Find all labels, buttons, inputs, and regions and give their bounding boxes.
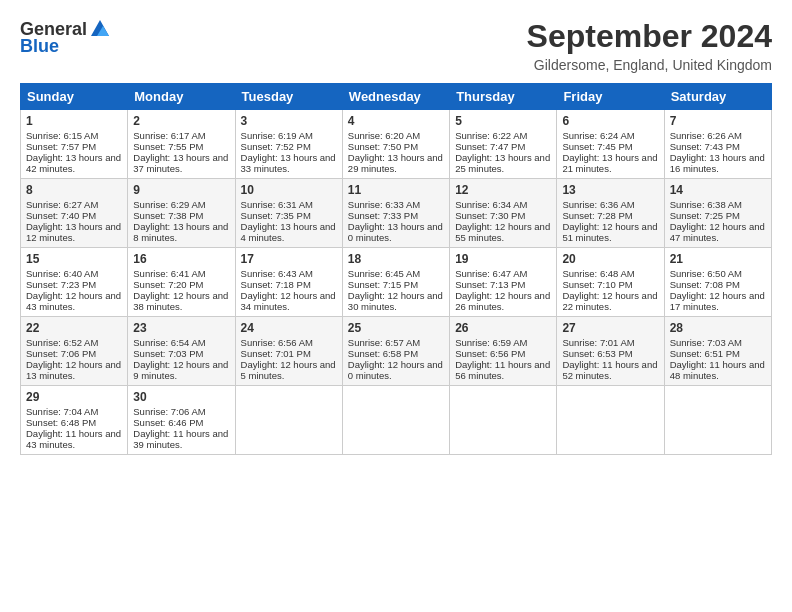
day-number: 14	[670, 183, 766, 197]
table-row: 6 Sunrise: 6:24 AM Sunset: 7:45 PM Dayli…	[557, 110, 664, 179]
table-row: 12 Sunrise: 6:34 AM Sunset: 7:30 PM Dayl…	[450, 179, 557, 248]
table-row: 11 Sunrise: 6:33 AM Sunset: 7:33 PM Dayl…	[342, 179, 449, 248]
day-number: 8	[26, 183, 122, 197]
daylight-label: Daylight: 12 hours and 34 minutes.	[241, 290, 336, 312]
location: Gildersome, England, United Kingdom	[527, 57, 772, 73]
table-row: 16 Sunrise: 6:41 AM Sunset: 7:20 PM Dayl…	[128, 248, 235, 317]
title-block: September 2024 Gildersome, England, Unit…	[527, 18, 772, 73]
calendar-header-row: Sunday Monday Tuesday Wednesday Thursday…	[21, 84, 772, 110]
daylight-label: Daylight: 13 hours and 8 minutes.	[133, 221, 228, 243]
daylight-label: Daylight: 11 hours and 56 minutes.	[455, 359, 550, 381]
empty-cell	[450, 386, 557, 455]
day-number: 13	[562, 183, 658, 197]
daylight-label: Daylight: 11 hours and 48 minutes.	[670, 359, 765, 381]
sunrise-label: Sunrise: 6:22 AM	[455, 130, 527, 141]
day-number: 28	[670, 321, 766, 335]
table-row: 19 Sunrise: 6:47 AM Sunset: 7:13 PM Dayl…	[450, 248, 557, 317]
table-row: 29 Sunrise: 7:04 AM Sunset: 6:48 PM Dayl…	[21, 386, 128, 455]
daylight-label: Daylight: 12 hours and 5 minutes.	[241, 359, 336, 381]
sunset-label: Sunset: 7:15 PM	[348, 279, 418, 290]
sunrise-label: Sunrise: 6:47 AM	[455, 268, 527, 279]
month-title: September 2024	[527, 18, 772, 55]
table-row: 26 Sunrise: 6:59 AM Sunset: 6:56 PM Dayl…	[450, 317, 557, 386]
page: General Blue September 2024 Gildersome, …	[0, 0, 792, 612]
table-row: 3 Sunrise: 6:19 AM Sunset: 7:52 PM Dayli…	[235, 110, 342, 179]
sunrise-label: Sunrise: 6:33 AM	[348, 199, 420, 210]
sunset-label: Sunset: 7:30 PM	[455, 210, 525, 221]
daylight-label: Daylight: 11 hours and 39 minutes.	[133, 428, 228, 450]
sunrise-label: Sunrise: 7:04 AM	[26, 406, 98, 417]
sunset-label: Sunset: 6:46 PM	[133, 417, 203, 428]
sunset-label: Sunset: 6:51 PM	[670, 348, 740, 359]
daylight-label: Daylight: 13 hours and 33 minutes.	[241, 152, 336, 174]
day-number: 12	[455, 183, 551, 197]
table-row: 7 Sunrise: 6:26 AM Sunset: 7:43 PM Dayli…	[664, 110, 771, 179]
sunrise-label: Sunrise: 6:50 AM	[670, 268, 742, 279]
table-row: 25 Sunrise: 6:57 AM Sunset: 6:58 PM Dayl…	[342, 317, 449, 386]
empty-cell	[664, 386, 771, 455]
col-thursday: Thursday	[450, 84, 557, 110]
col-tuesday: Tuesday	[235, 84, 342, 110]
sunset-label: Sunset: 7:25 PM	[670, 210, 740, 221]
calendar: Sunday Monday Tuesday Wednesday Thursday…	[20, 83, 772, 455]
sunrise-label: Sunrise: 6:59 AM	[455, 337, 527, 348]
day-number: 18	[348, 252, 444, 266]
sunrise-label: Sunrise: 6:40 AM	[26, 268, 98, 279]
day-number: 10	[241, 183, 337, 197]
header: General Blue September 2024 Gildersome, …	[20, 18, 772, 73]
sunset-label: Sunset: 7:33 PM	[348, 210, 418, 221]
sunrise-label: Sunrise: 6:17 AM	[133, 130, 205, 141]
sunrise-label: Sunrise: 6:24 AM	[562, 130, 634, 141]
table-row: 23 Sunrise: 6:54 AM Sunset: 7:03 PM Dayl…	[128, 317, 235, 386]
daylight-label: Daylight: 12 hours and 55 minutes.	[455, 221, 550, 243]
daylight-label: Daylight: 13 hours and 21 minutes.	[562, 152, 657, 174]
sunrise-label: Sunrise: 6:52 AM	[26, 337, 98, 348]
day-number: 1	[26, 114, 122, 128]
table-row: 8 Sunrise: 6:27 AM Sunset: 7:40 PM Dayli…	[21, 179, 128, 248]
day-number: 22	[26, 321, 122, 335]
sunset-label: Sunset: 7:28 PM	[562, 210, 632, 221]
day-number: 23	[133, 321, 229, 335]
table-row: 18 Sunrise: 6:45 AM Sunset: 7:15 PM Dayl…	[342, 248, 449, 317]
table-row: 4 Sunrise: 6:20 AM Sunset: 7:50 PM Dayli…	[342, 110, 449, 179]
table-row: 14 Sunrise: 6:38 AM Sunset: 7:25 PM Dayl…	[664, 179, 771, 248]
col-wednesday: Wednesday	[342, 84, 449, 110]
col-sunday: Sunday	[21, 84, 128, 110]
sunrise-label: Sunrise: 6:34 AM	[455, 199, 527, 210]
daylight-label: Daylight: 13 hours and 37 minutes.	[133, 152, 228, 174]
day-number: 3	[241, 114, 337, 128]
col-saturday: Saturday	[664, 84, 771, 110]
sunrise-label: Sunrise: 6:56 AM	[241, 337, 313, 348]
daylight-label: Daylight: 12 hours and 43 minutes.	[26, 290, 121, 312]
table-row: 24 Sunrise: 6:56 AM Sunset: 7:01 PM Dayl…	[235, 317, 342, 386]
sunrise-label: Sunrise: 6:36 AM	[562, 199, 634, 210]
sunset-label: Sunset: 7:13 PM	[455, 279, 525, 290]
calendar-week-row: 22 Sunrise: 6:52 AM Sunset: 7:06 PM Dayl…	[21, 317, 772, 386]
day-number: 20	[562, 252, 658, 266]
sunrise-label: Sunrise: 6:20 AM	[348, 130, 420, 141]
sunset-label: Sunset: 7:57 PM	[26, 141, 96, 152]
col-friday: Friday	[557, 84, 664, 110]
day-number: 25	[348, 321, 444, 335]
sunrise-label: Sunrise: 7:01 AM	[562, 337, 634, 348]
table-row: 15 Sunrise: 6:40 AM Sunset: 7:23 PM Dayl…	[21, 248, 128, 317]
daylight-label: Daylight: 12 hours and 17 minutes.	[670, 290, 765, 312]
empty-cell	[557, 386, 664, 455]
sunrise-label: Sunrise: 6:57 AM	[348, 337, 420, 348]
daylight-label: Daylight: 11 hours and 43 minutes.	[26, 428, 121, 450]
sunset-label: Sunset: 7:06 PM	[26, 348, 96, 359]
sunset-label: Sunset: 7:47 PM	[455, 141, 525, 152]
sunrise-label: Sunrise: 6:41 AM	[133, 268, 205, 279]
calendar-week-row: 15 Sunrise: 6:40 AM Sunset: 7:23 PM Dayl…	[21, 248, 772, 317]
sunrise-label: Sunrise: 6:31 AM	[241, 199, 313, 210]
daylight-label: Daylight: 13 hours and 0 minutes.	[348, 221, 443, 243]
col-monday: Monday	[128, 84, 235, 110]
sunset-label: Sunset: 7:45 PM	[562, 141, 632, 152]
sunset-label: Sunset: 7:03 PM	[133, 348, 203, 359]
table-row: 17 Sunrise: 6:43 AM Sunset: 7:18 PM Dayl…	[235, 248, 342, 317]
day-number: 15	[26, 252, 122, 266]
calendar-week-row: 1 Sunrise: 6:15 AM Sunset: 7:57 PM Dayli…	[21, 110, 772, 179]
daylight-label: Daylight: 12 hours and 38 minutes.	[133, 290, 228, 312]
sunrise-label: Sunrise: 6:19 AM	[241, 130, 313, 141]
sunset-label: Sunset: 7:38 PM	[133, 210, 203, 221]
